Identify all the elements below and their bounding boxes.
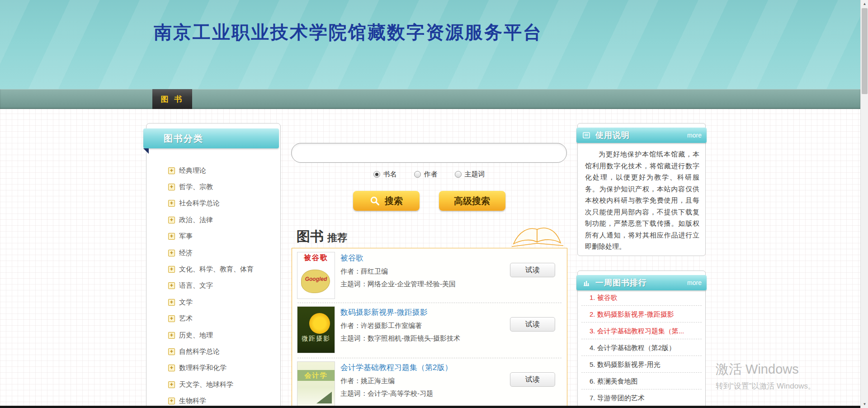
category-label[interactable]: 数理科学和化学 <box>179 364 226 372</box>
radio-label[interactable]: 主题词 <box>465 170 485 179</box>
try-read-button[interactable]: 试读 <box>510 372 555 387</box>
radio-icon[interactable] <box>455 171 462 178</box>
cover-art <box>316 392 332 403</box>
radio-icon[interactable] <box>373 171 380 178</box>
book-title-link[interactable]: 会计学基础教程习题集（第2版） <box>340 362 452 373</box>
category-item[interactable]: +自然科学总论 <box>146 343 280 360</box>
category-item[interactable]: +天文学、地球科学 <box>146 376 280 393</box>
document-icon <box>582 131 590 139</box>
expand-plus-icon[interactable]: + <box>168 282 175 289</box>
vertical-scrollbar[interactable]: ▲ ▼ <box>860 0 868 408</box>
category-label[interactable]: 自然科学总论 <box>179 347 220 356</box>
book-cover[interactable]: 微距摄影 <box>297 306 335 353</box>
usage-text: 为更好地保护本馆纸本馆藏，本馆利用数字化技术，将馆藏进行数字化处理，以便更好为教… <box>585 148 699 252</box>
ranking-item[interactable]: 6. 蔡澜美食地图 <box>581 373 702 389</box>
recommend-title: 图书 <box>297 228 324 246</box>
expand-plus-icon[interactable]: + <box>168 250 175 256</box>
open-book-icon <box>510 223 565 248</box>
radio-option-title[interactable]: 书名 <box>373 170 397 179</box>
book-item: 微距摄影 数码摄影新视界-微距摄影 作者：许岩摄影工作室编著 主题词：数字照相机… <box>292 306 567 353</box>
category-label[interactable]: 艺术 <box>179 314 193 323</box>
page: 南京工业职业技术学院馆藏数字资源服务平台 图 书 图书分类 +经典理论 +哲学、… <box>0 0 868 408</box>
expand-plus-icon[interactable]: + <box>168 348 175 355</box>
category-label[interactable]: 社会科学总论 <box>179 199 220 208</box>
category-label[interactable]: 天文学、地球科学 <box>179 380 233 389</box>
advanced-search-button[interactable]: 高级搜索 <box>439 191 505 211</box>
expand-plus-icon[interactable]: + <box>168 217 175 223</box>
scrollbar-thumb[interactable] <box>862 8 868 94</box>
tab-books[interactable]: 图 书 <box>152 89 192 109</box>
advanced-search-label: 高级搜索 <box>454 195 490 207</box>
cover-text: 微距摄影 <box>297 335 335 343</box>
ranking-item[interactable]: 2. 数码摄影新视界-微距摄影 <box>581 306 702 323</box>
category-label[interactable]: 哲学、宗教 <box>179 183 213 191</box>
expand-plus-icon[interactable]: + <box>168 266 175 273</box>
radio-icon[interactable] <box>414 171 421 178</box>
book-title-link[interactable]: 被谷歌 <box>340 253 363 263</box>
category-item[interactable]: +军事 <box>146 228 280 245</box>
category-item[interactable]: +社会科学总论 <box>146 195 280 212</box>
search-scope-options: 书名 作者 主题词 <box>291 170 567 179</box>
windows-activation-watermark: 激活 Windows 转到“设置”以激活 Windows。 <box>716 361 816 391</box>
expand-plus-icon[interactable]: + <box>168 184 175 190</box>
search-buttons: 搜索 高级搜索 <box>291 191 567 211</box>
search-button[interactable]: 搜索 <box>353 191 420 211</box>
category-label[interactable]: 语言、文字 <box>179 281 213 290</box>
radio-option-author[interactable]: 作者 <box>414 170 438 179</box>
category-label[interactable]: 政治、法律 <box>179 216 213 224</box>
category-label[interactable]: 经济 <box>179 249 193 257</box>
radio-label[interactable]: 书名 <box>383 170 397 179</box>
category-item[interactable]: +语言、文字 <box>146 278 280 294</box>
separator <box>297 303 561 303</box>
ranking-panel-header: 一周图书排行 more <box>576 275 707 290</box>
category-item[interactable]: +政治、法律 <box>146 212 280 228</box>
ranking-item[interactable]: 1. 被谷歌 <box>581 289 702 306</box>
category-item[interactable]: +文学 <box>146 294 280 310</box>
watermark-line1: 激活 Windows <box>716 361 816 379</box>
expand-plus-icon[interactable]: + <box>168 299 175 306</box>
expand-plus-icon[interactable]: + <box>168 200 175 207</box>
category-label[interactable]: 军事 <box>179 232 193 241</box>
category-item[interactable]: +数理科学和化学 <box>146 360 280 376</box>
category-label[interactable]: 生物科学 <box>179 397 206 405</box>
category-item[interactable]: +艺术 <box>146 311 280 327</box>
category-item[interactable]: +经典理论 <box>146 162 280 179</box>
expand-plus-icon[interactable]: + <box>168 381 175 388</box>
category-label[interactable]: 经典理论 <box>179 166 206 175</box>
radio-option-subject[interactable]: 主题词 <box>455 170 485 179</box>
book-author: 作者：姚正海主编 <box>340 377 395 385</box>
expand-plus-icon[interactable]: + <box>168 167 175 174</box>
try-read-button[interactable]: 试读 <box>510 317 555 332</box>
book-title-link[interactable]: 数码摄影新视界-微距摄影 <box>340 307 428 318</box>
usage-panel: 使用说明 more 为更好地保护本馆纸本馆藏，本馆利用数字化技术，将馆藏进行数字… <box>577 123 706 256</box>
cover-text: Googled <box>297 276 335 282</box>
ranking-item[interactable]: 3. 会计学基础教程习题集（第... <box>581 323 702 339</box>
ranking-item[interactable]: 7. 导游带团的艺术 <box>581 389 702 406</box>
category-item[interactable]: +文化、科学、教育、体育 <box>146 261 280 277</box>
expand-plus-icon[interactable]: + <box>168 233 175 240</box>
expand-plus-icon[interactable]: + <box>168 398 175 404</box>
book-cover[interactable]: 被谷歌 Googled <box>297 252 335 299</box>
site-title: 南京工业职业技术学院馆藏数字资源服务平台 <box>154 20 542 45</box>
category-label[interactable]: 文化、科学、教育、体育 <box>179 265 254 274</box>
category-list: +经典理论 +哲学、宗教 +社会科学总论 +政治、法律 +军事 +经济 +文化、… <box>146 162 280 408</box>
category-item[interactable]: +哲学、宗教 <box>146 179 280 195</box>
book-cover[interactable]: 会计学 <box>297 361 335 408</box>
ranking-item[interactable]: 5. 数码摄影新视界-用光 <box>581 356 702 373</box>
category-label[interactable]: 历史、地理 <box>179 331 213 340</box>
category-item[interactable]: +经济 <box>146 245 280 261</box>
ranking-item[interactable]: 4. 会计学基础教程（第2版） <box>581 339 702 356</box>
expand-plus-icon[interactable]: + <box>168 332 175 339</box>
expand-plus-icon[interactable]: + <box>168 365 175 371</box>
usage-more-link[interactable]: more <box>687 128 702 143</box>
expand-plus-icon[interactable]: + <box>168 315 175 322</box>
search-input[interactable] <box>291 143 567 163</box>
watermark-line2: 转到“设置”以激活 Windows。 <box>716 381 816 391</box>
ranking-more-link[interactable]: more <box>687 275 702 290</box>
scroll-up-icon[interactable]: ▲ <box>861 0 868 8</box>
radio-label[interactable]: 作者 <box>424 170 438 179</box>
scroll-down-icon[interactable]: ▼ <box>861 400 868 408</box>
try-read-button[interactable]: 试读 <box>510 263 555 277</box>
category-label[interactable]: 文学 <box>179 298 193 307</box>
category-item[interactable]: +历史、地理 <box>146 327 280 343</box>
